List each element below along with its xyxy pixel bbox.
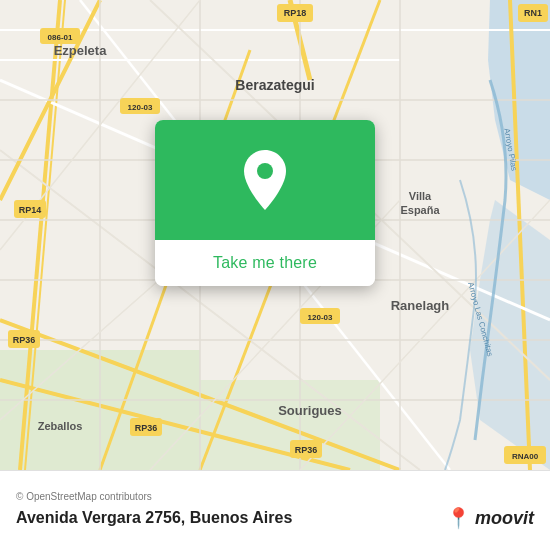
svg-text:Villa: Villa — [409, 190, 432, 202]
svg-text:España: España — [400, 204, 440, 216]
svg-text:RP14: RP14 — [19, 205, 42, 215]
moovit-brand-name: moovit — [475, 508, 534, 529]
svg-text:Zeballos: Zeballos — [38, 420, 83, 432]
svg-text:086-01: 086-01 — [48, 33, 73, 42]
svg-text:RP18: RP18 — [284, 8, 307, 18]
moovit-logo: 📍 moovit — [446, 506, 534, 530]
svg-text:120-03: 120-03 — [308, 313, 333, 322]
svg-text:120-03: 120-03 — [128, 103, 153, 112]
svg-text:Ezpeleta: Ezpeleta — [54, 43, 108, 58]
svg-text:RP36: RP36 — [135, 423, 158, 433]
svg-text:RN1: RN1 — [524, 8, 542, 18]
svg-text:RP36: RP36 — [13, 335, 36, 345]
take-me-there-button[interactable]: Take me there — [155, 240, 375, 286]
address-text: Avenida Vergara 2756, Buenos Aires — [16, 509, 292, 527]
popup-card: Take me there — [155, 120, 375, 286]
svg-text:Sourigues: Sourigues — [278, 403, 342, 418]
bottom-bar: © OpenStreetMap contributors Avenida Ver… — [0, 470, 550, 550]
svg-text:RNA00: RNA00 — [512, 452, 539, 461]
map-container: RP18 RN1 RP14 RP36 RP36 RP36 120-03 120-… — [0, 0, 550, 470]
svg-text:Berazategui: Berazategui — [235, 77, 314, 93]
address-row: Avenida Vergara 2756, Buenos Aires 📍 moo… — [16, 506, 534, 530]
moovit-pin-icon: 📍 — [446, 506, 471, 530]
map-attribution: © OpenStreetMap contributors — [16, 491, 534, 502]
location-pin-icon — [239, 148, 291, 212]
svg-text:RP36: RP36 — [295, 445, 318, 455]
popup-green-header — [155, 120, 375, 240]
svg-point-65 — [257, 163, 273, 179]
svg-text:Ranelagh: Ranelagh — [391, 298, 450, 313]
